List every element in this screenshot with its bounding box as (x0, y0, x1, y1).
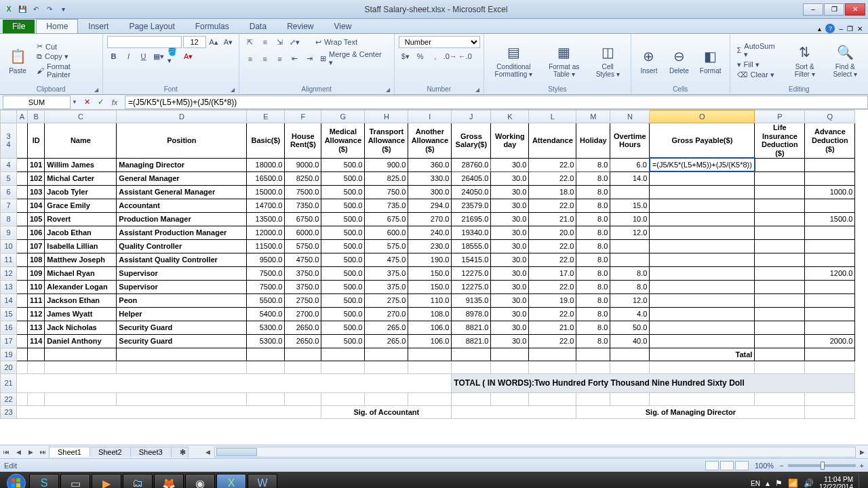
align-left-icon[interactable]: ≡ (243, 53, 257, 65)
row-header-23[interactable]: 23 (1, 405, 17, 418)
cell[interactable] (805, 280, 855, 293)
cancel-formula-icon[interactable]: ✕ (81, 96, 94, 108)
cell[interactable]: 500.0 (321, 253, 365, 266)
cell[interactable] (755, 334, 805, 348)
cell[interactable]: 275.0 (365, 293, 408, 307)
cell[interactable]: 22.0 (529, 334, 576, 348)
cell[interactable]: Quality Controller (117, 239, 247, 253)
row-header-21[interactable]: 21 (1, 373, 17, 392)
cell[interactable] (805, 321, 855, 334)
cell[interactable]: 8.0 (576, 321, 610, 334)
delete-cells-button[interactable]: ⊖Delete (665, 45, 693, 76)
cell[interactable] (755, 226, 805, 239)
tab-view[interactable]: View (324, 19, 362, 33)
cell[interactable]: 6000.0 (285, 226, 321, 239)
cell[interactable]: 2000.0 (805, 334, 855, 348)
cell[interactable]: Jackson Ethan (45, 293, 117, 307)
cell[interactable]: 112 (28, 307, 45, 321)
cell[interactable]: 6.0 (610, 158, 650, 171)
cell[interactable]: 8.0 (576, 199, 610, 212)
tab-home[interactable]: Home (36, 19, 78, 33)
taskbar-chrome-icon[interactable]: ◉ (185, 474, 215, 488)
cell[interactable]: 150.0 (408, 266, 452, 280)
cell[interactable]: 500.0 (321, 266, 365, 280)
col-header-E[interactable]: E (247, 110, 285, 123)
cell[interactable]: 500.0 (321, 212, 365, 226)
cell[interactable]: 30.0 (491, 266, 529, 280)
cell[interactable]: Grace Emily (45, 199, 117, 212)
cell[interactable]: 12275.0 (452, 266, 491, 280)
cell[interactable]: 294.0 (408, 199, 452, 212)
language-indicator[interactable]: EN (751, 480, 760, 487)
cell[interactable] (805, 253, 855, 266)
cell[interactable] (650, 334, 755, 348)
cell[interactable]: 102 (28, 171, 45, 185)
row-header-22[interactable]: 22 (1, 392, 17, 405)
cell[interactable]: 1200.0 (805, 266, 855, 280)
taskbar-explorer-icon[interactable]: ▭ (60, 474, 90, 488)
col-header-H[interactable]: H (365, 110, 408, 123)
col-header-K[interactable]: K (491, 110, 529, 123)
cell[interactable] (650, 199, 755, 212)
wrap-text-button[interactable]: ↩Wrap Text (313, 38, 360, 47)
cell[interactable]: 7350.0 (285, 199, 321, 212)
cell[interactable]: 20.0 (529, 226, 576, 239)
tray-network-icon[interactable]: 📶 (788, 479, 798, 488)
cell[interactable]: 8978.0 (452, 307, 491, 321)
cell[interactable]: 8.0 (576, 280, 610, 293)
fill-button[interactable]: ▾Fill ▾ (734, 60, 783, 69)
number-dialog-icon[interactable]: ◢ (475, 87, 479, 93)
cell[interactable]: 500.0 (321, 226, 365, 239)
sheet-tab-3[interactable]: Sheet3 (130, 447, 172, 457)
cell[interactable]: 8.0 (576, 253, 610, 266)
row-header-12[interactable]: 12 (1, 266, 17, 280)
formula-input[interactable]: =(J5/K5*(L5+M5))+(J5/(K5*8)) (125, 96, 868, 109)
cell[interactable] (755, 253, 805, 266)
cell[interactable]: 8.0 (576, 185, 610, 199)
cell[interactable]: =(J5/K5*(L5+M5))+(J5/(K5*8)) (650, 158, 755, 171)
cell[interactable] (805, 307, 855, 321)
zoom-slider[interactable] (788, 464, 856, 467)
cell[interactable]: 18555.0 (452, 239, 491, 253)
cell[interactable]: 500.0 (321, 293, 365, 307)
clear-button[interactable]: ⌫Clear ▾ (734, 70, 783, 79)
cell[interactable]: 103 (28, 185, 45, 199)
cell[interactable]: 30.0 (491, 280, 529, 293)
cell[interactable]: 30.0 (491, 239, 529, 253)
cell[interactable] (755, 212, 805, 226)
cell[interactable]: 3750.0 (285, 266, 321, 280)
cell[interactable]: 105 (28, 212, 45, 226)
taskbar-word-icon[interactable]: W (248, 474, 277, 488)
normal-view-icon[interactable] (705, 461, 719, 470)
cell[interactable]: 22.0 (529, 171, 576, 185)
cell[interactable] (805, 199, 855, 212)
col-header-D[interactable]: D (117, 110, 247, 123)
cell[interactable] (650, 280, 755, 293)
cell[interactable]: 23579.0 (452, 199, 491, 212)
cell[interactable]: 17.0 (529, 266, 576, 280)
cell[interactable] (610, 185, 650, 199)
cell[interactable]: Peon (117, 293, 247, 307)
cell[interactable]: 2750.0 (285, 293, 321, 307)
cell[interactable]: 113 (28, 321, 45, 334)
cell[interactable]: 1000.0 (805, 185, 855, 199)
cell[interactable] (755, 266, 805, 280)
cell[interactable]: Assistant Quality Controller (117, 253, 247, 266)
doc-minimize-icon[interactable]: – (839, 25, 843, 33)
cell[interactable]: 106 (28, 226, 45, 239)
horizontal-scrollbar[interactable]: ◀▶ (202, 446, 868, 458)
cell[interactable]: 500.0 (321, 171, 365, 185)
cell[interactable] (650, 185, 755, 199)
cell[interactable]: Jacob Tyler (45, 185, 117, 199)
cell[interactable] (650, 266, 755, 280)
cell[interactable]: 8821.0 (452, 334, 491, 348)
row-header-17[interactable]: 17 (1, 334, 17, 348)
merge-center-button[interactable]: ⊞Merge & Center ▾ (317, 50, 390, 67)
cell[interactable]: Assistant Production Manager (117, 226, 247, 239)
cell[interactable]: 675.0 (365, 212, 408, 226)
enter-formula-icon[interactable]: ✓ (95, 96, 107, 108)
cell[interactable]: 15000.0 (247, 185, 285, 199)
cell[interactable]: 12.0 (610, 293, 650, 307)
decrease-font-icon[interactable]: A▾ (222, 36, 235, 48)
sort-filter-button[interactable]: ⇅Sort & Filter ▾ (786, 41, 824, 79)
